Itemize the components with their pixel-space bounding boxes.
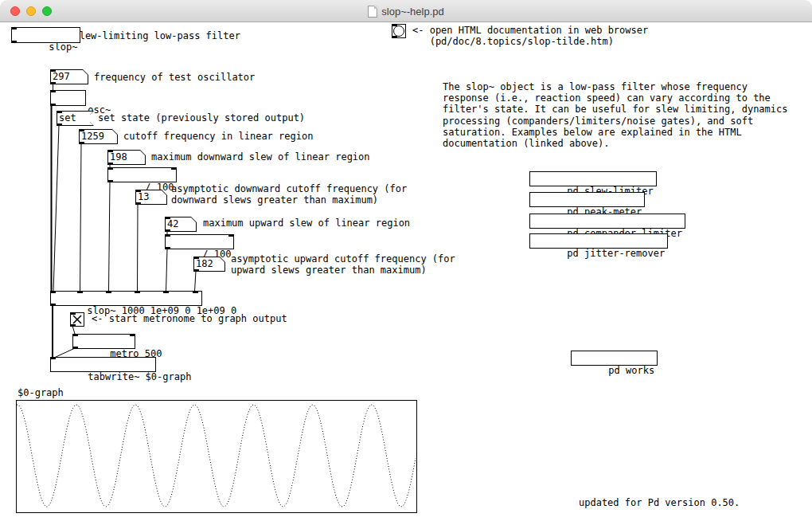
set-state-message[interactable]: set 0 [57, 111, 94, 126]
object-text: pd jitter-remover [567, 248, 665, 259]
osc-object: osc~ [50, 90, 86, 106]
outlet-nub [70, 324, 76, 327]
bang-circle-icon [393, 25, 404, 37]
inlet-nub [70, 312, 76, 315]
outlet-nub [165, 229, 170, 232]
metro-object: metro 500 [72, 334, 135, 349]
message-text: set 0 [57, 112, 93, 125]
outlet-nub [107, 163, 113, 165]
connection-cord [109, 182, 111, 292]
slop-reference-object: slop~ [11, 27, 80, 43]
inlet-nub [106, 291, 111, 293]
title-bar: slop~-help.pd [0, 0, 812, 22]
inlet-nub [171, 167, 177, 170]
object-text: slop~ 1000 1e+09 0 1e+09 0 [87, 305, 236, 316]
subpatch-works[interactable]: pd works [571, 351, 658, 366]
inlet-nub [50, 357, 56, 359]
inlet-nub [50, 90, 56, 92]
subpatch-jitter-remover[interactable]: pd jitter-remover [529, 233, 668, 249]
down-slew-number-box[interactable]: 198 [107, 150, 146, 165]
up-asym-number-box[interactable]: 182 [193, 257, 225, 272]
outlet-nub [72, 347, 78, 349]
outlet-nub [57, 123, 62, 126]
frequency-number-box[interactable]: 297 [50, 69, 88, 84]
number-value: 297 [51, 70, 88, 84]
slop-main-object: slop~ 1000 1e+09 0 1e+09 0 [50, 291, 202, 306]
subpatch-slew-limiter[interactable]: pd slew-limiter [529, 171, 657, 186]
inlet-nub [57, 111, 62, 113]
inlet-nub [79, 129, 84, 131]
inlet-nub [228, 234, 234, 237]
down-asym-number-box[interactable]: 13 [135, 190, 167, 205]
object-text: tabwrite~ $0-graph [88, 371, 191, 382]
cutoff-number-box[interactable]: 1259 [79, 129, 118, 144]
connection-cord [166, 249, 168, 292]
inlet-nub [72, 334, 78, 336]
inlet-nub [193, 291, 198, 293]
object-text: pd works [608, 365, 654, 376]
up-slew-number-box[interactable]: 42 [165, 217, 197, 232]
inlet-nub [193, 257, 199, 259]
outlet-nub [50, 304, 56, 306]
divide-object-a: / 100 [107, 167, 177, 182]
outlet-nub [193, 269, 199, 272]
inlet-nub [165, 234, 170, 237]
outlet-nub [165, 247, 170, 249]
open-docs-bang-button[interactable] [392, 24, 406, 38]
inlet-nub [135, 291, 140, 293]
subpatch-compander-limiter[interactable]: pd compander-limiter [529, 214, 685, 229]
tabwrite-object: tabwrite~ $0-graph [50, 357, 156, 372]
document-icon [368, 6, 377, 18]
patch-canvas: slop~ - slew-limiting low-pass filter <-… [0, 22, 812, 529]
outlet-nub [50, 82, 56, 84]
inlet-nub [135, 190, 141, 192]
inlet-nub [163, 291, 169, 293]
window-title: slop~-help.pd [381, 6, 443, 18]
inlet-nub [77, 291, 83, 293]
subpatch-peak-meter[interactable]: pd peak-meter [529, 192, 645, 207]
connection-cord [80, 143, 82, 292]
connection-cords [0, 22, 812, 529]
inlet-nub [107, 150, 113, 152]
outlet-nub [50, 104, 56, 106]
object-text: osc~ [88, 104, 111, 116]
divide-object-b: / 100 [165, 234, 234, 249]
object-text: slop~ [49, 41, 77, 53]
pd-patch-window: slop~-help.pd slop~ - slew-limiting low-… [0, 0, 812, 529]
metronome-toggle[interactable] [70, 312, 84, 327]
inlet-nub [50, 69, 56, 72]
inlet-nub [50, 291, 56, 293]
inlet-nub [130, 334, 135, 336]
inlet-nub [165, 217, 170, 219]
inlet-nub [11, 27, 17, 29]
inlet-nub [107, 167, 113, 170]
number-value: 198 [108, 151, 145, 164]
outlet-nub [79, 142, 84, 144]
outlet-nub [135, 202, 141, 205]
outlet-nub [11, 41, 17, 43]
outlet-nub [107, 180, 113, 182]
outlet-nub [392, 36, 397, 38]
number-value: 1259 [80, 130, 117, 143]
inlet-nub [392, 24, 397, 26]
